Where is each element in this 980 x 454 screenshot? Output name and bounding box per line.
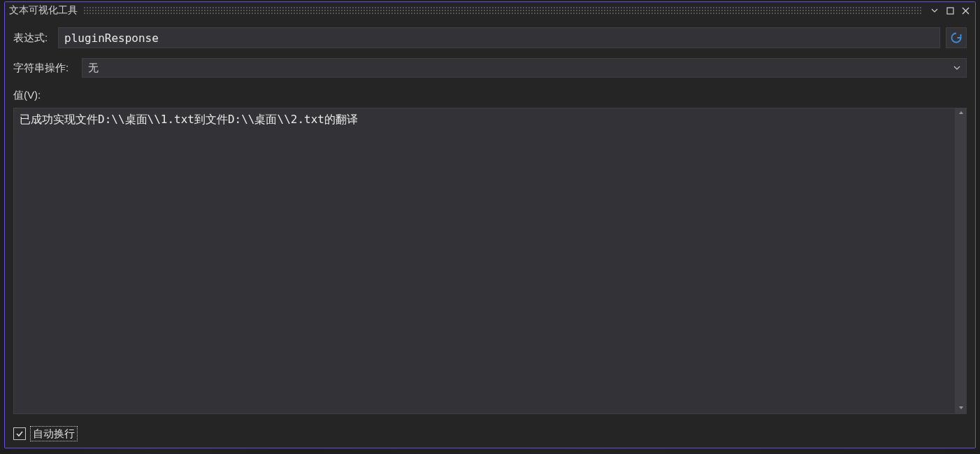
expression-input[interactable]: [58, 27, 940, 48]
check-icon: [15, 430, 24, 438]
scroll-down-icon[interactable]: [958, 404, 964, 413]
value-area: 已成功实现文件D:\\桌面\\1.txt到文件D:\\桌面\\2.txt的翻译: [13, 108, 967, 414]
value-textarea[interactable]: 已成功实现文件D:\\桌面\\1.txt到文件D:\\桌面\\2.txt的翻译: [13, 108, 956, 414]
string-ops-value: 无: [88, 62, 953, 75]
string-ops-select[interactable]: 无: [82, 58, 967, 78]
close-button[interactable]: [958, 3, 972, 17]
value-label: 值(V):: [13, 89, 62, 102]
window-body: 表达式: 字符串操作: 无 值(V): 已成功实现文件D:\\桌面\\1.: [5, 19, 975, 423]
footer: 自动换行: [5, 423, 975, 448]
string-ops-label: 字符串操作:: [13, 62, 76, 75]
refresh-button[interactable]: [946, 27, 967, 48]
value-label-row: 值(V):: [13, 89, 967, 102]
refresh-icon: [950, 31, 963, 44]
titlebar[interactable]: 文本可视化工具: [5, 2, 975, 19]
wrap-checkbox[interactable]: [13, 427, 26, 440]
expression-label: 表达式:: [13, 31, 52, 45]
titlebar-grip[interactable]: [83, 6, 922, 15]
window-title: 文本可视化工具: [9, 4, 78, 17]
scroll-up-icon[interactable]: [958, 109, 964, 118]
dropdown-icon[interactable]: [928, 3, 942, 17]
chevron-down-icon: [953, 62, 960, 73]
string-ops-row: 字符串操作: 无: [13, 58, 967, 78]
maximize-button[interactable]: [943, 3, 957, 17]
vertical-scrollbar[interactable]: [956, 108, 967, 414]
text-visualizer-window: 文本可视化工具 表达式: 字符串操作:: [4, 1, 976, 448]
window-buttons: [928, 3, 975, 17]
svg-rect-0: [947, 8, 953, 14]
expression-row: 表达式:: [13, 27, 967, 48]
wrap-label[interactable]: 自动换行: [30, 426, 78, 441]
